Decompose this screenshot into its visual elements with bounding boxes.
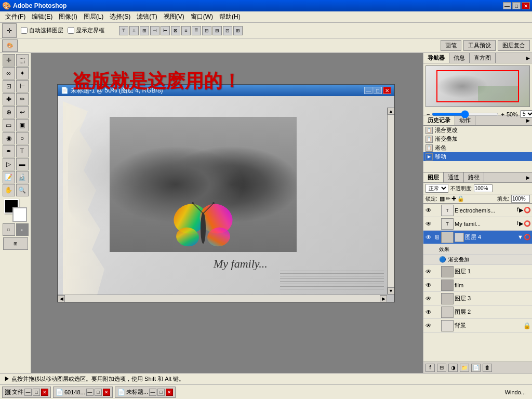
info-tab[interactable]: 信息 xyxy=(449,53,470,63)
minimize-button[interactable]: — xyxy=(503,2,511,9)
distribute-3-icon[interactable]: ⊟ xyxy=(202,26,211,35)
align-vcenter-icon[interactable]: ⊥ xyxy=(129,26,139,35)
navigator-tab[interactable]: 导航器 xyxy=(423,53,449,63)
align-right-icon[interactable]: ⊠ xyxy=(171,26,180,35)
layer-eye-3[interactable]: 👁 xyxy=(424,295,433,303)
layer-row-bg[interactable]: 👁 背景 🔒 xyxy=(423,319,532,332)
type-tool[interactable]: T xyxy=(16,145,29,157)
menu-filter[interactable]: 滤镜(T) xyxy=(134,11,160,22)
task-min-1[interactable]: — xyxy=(86,389,94,396)
layer-row-2[interactable]: 👁 图层 2 xyxy=(423,305,532,319)
brush-tool[interactable]: ✏ xyxy=(16,93,29,105)
zoom-select[interactable]: 50% 25% 100% xyxy=(520,110,532,118)
layer-row-3[interactable]: 👁 图层 3 xyxy=(423,292,532,305)
layers-tab[interactable]: 图层 xyxy=(423,172,444,182)
align-left-icon[interactable]: ⊣ xyxy=(150,26,159,35)
hand-tool[interactable]: ✋ xyxy=(3,184,15,196)
layer-eye-bg[interactable]: 👁 xyxy=(424,322,433,330)
layer-row-film[interactable]: 👁 film xyxy=(423,278,532,292)
path-select-tool[interactable]: ▷ xyxy=(3,158,15,170)
menu-edit[interactable]: 编辑(E) xyxy=(29,11,56,22)
doc-minimize-btn[interactable]: — xyxy=(364,87,373,94)
task-max-2[interactable]: □ xyxy=(157,389,165,396)
move-tool[interactable]: ✛ xyxy=(3,54,15,66)
menu-select[interactable]: 选择(S) xyxy=(107,11,134,22)
blend-mode-select[interactable]: 正常 xyxy=(425,184,448,193)
history-item-3[interactable]: ▶ 移动 xyxy=(423,152,532,161)
taskbar-item-0[interactable]: 🖼 文件 — □ ✕ xyxy=(2,387,51,398)
scroll-up-btn[interactable]: ▲ xyxy=(388,108,395,115)
task-close-0[interactable]: ✕ xyxy=(41,389,48,396)
show-bounds-checkbox[interactable] xyxy=(68,27,74,34)
scroll-right-btn[interactable]: ▶ xyxy=(380,295,387,302)
distribute-6-icon[interactable]: ⊞ xyxy=(233,26,243,35)
menu-view[interactable]: 视图(V) xyxy=(161,11,188,22)
gradient-tool[interactable]: ▣ xyxy=(16,119,29,131)
fill-input[interactable] xyxy=(511,195,530,203)
distribute-5-icon[interactable]: ⊡ xyxy=(223,26,232,35)
paths-tab[interactable]: 路径 xyxy=(464,172,484,182)
nav-view-rect[interactable] xyxy=(436,70,519,102)
healing-tool[interactable]: ✚ xyxy=(3,93,15,105)
task-close-1[interactable]: ✕ xyxy=(103,389,110,396)
task-max-1[interactable]: □ xyxy=(95,389,102,396)
scroll-left-btn[interactable]: ◀ xyxy=(58,295,65,302)
menu-help[interactable]: 帮助(H) xyxy=(216,11,244,22)
taskbar-windo[interactable]: Windo... xyxy=(501,389,530,395)
layer-style-btn[interactable]: f xyxy=(425,364,435,372)
menu-image[interactable]: 图像(I) xyxy=(56,11,80,22)
lock-pixels-icon[interactable]: ✏ xyxy=(446,195,450,202)
layer-row-1[interactable]: 👁 图层 1 xyxy=(423,265,532,278)
vertical-scrollbar[interactable]: ▲ ▼ xyxy=(387,108,394,295)
layer-eye-myfamily[interactable]: 👁 xyxy=(424,220,433,228)
scroll-down-btn[interactable]: ▼ xyxy=(388,287,395,295)
layer-comp-panel-btn[interactable]: 图层复合 xyxy=(498,40,530,51)
align-top-icon[interactable]: ⊤ xyxy=(119,26,128,35)
layers-expand-btn[interactable]: ▶ xyxy=(524,172,532,182)
taskbar-item-1[interactable]: 📄 60148... — □ ✕ xyxy=(53,387,113,398)
move-tool-icon[interactable]: ✛ xyxy=(2,23,17,38)
layer-eye-4[interactable]: 👁 xyxy=(424,233,433,242)
tool-preset-panel-btn[interactable]: 工具预设 xyxy=(463,40,496,51)
opacity-input[interactable] xyxy=(474,184,493,192)
lock-transparent-icon[interactable]: ▦ xyxy=(440,195,445,202)
history-brush-tool[interactable]: ↩ xyxy=(16,106,29,118)
horizontal-scrollbar[interactable]: ◀ ▶ xyxy=(58,295,387,302)
lasso-tool[interactable]: ∞ xyxy=(3,67,15,79)
layer-row-4[interactable]: 👁 ⛓ 图层 4 ▼⭕ xyxy=(423,231,532,244)
maximize-button[interactable]: □ xyxy=(512,2,521,9)
brush-panel-btn[interactable]: 画笔 xyxy=(441,40,461,51)
menu-file[interactable]: 文件(F) xyxy=(2,11,29,22)
menu-window[interactable]: 窗口(W) xyxy=(188,11,216,22)
zoom-in-icon[interactable]: + xyxy=(501,111,504,117)
notes-tool[interactable]: 📝 xyxy=(3,171,15,183)
align-hcenter-icon[interactable]: ⊢ xyxy=(161,26,170,35)
layer-adj-btn[interactable]: ◑ xyxy=(448,364,458,372)
dodge-tool[interactable]: ○ xyxy=(16,132,29,144)
screen-mode[interactable]: ⊞ xyxy=(3,237,28,250)
layer-eye-electrochemis[interactable]: 👁 xyxy=(424,206,433,215)
layer-new-btn[interactable]: 📄 xyxy=(471,364,481,372)
channels-tab[interactable]: 通道 xyxy=(444,172,464,182)
close-button[interactable]: ✕ xyxy=(522,2,530,9)
layer-row-myfamily[interactable]: 👁 T My famil... f▶⭕ xyxy=(423,217,532,231)
palette-icon[interactable]: 🎨 xyxy=(2,39,18,52)
background-color[interactable] xyxy=(12,207,27,222)
scroll-track-h[interactable] xyxy=(65,295,380,302)
taskbar-item-2[interactable]: 📄 未标题... — □ ✕ xyxy=(115,387,176,398)
doc-maximize-btn[interactable]: □ xyxy=(374,87,382,94)
pen-tool[interactable]: ✒ xyxy=(3,145,15,157)
layer-mask-btn[interactable]: ⊟ xyxy=(437,364,446,372)
distribute-4-icon[interactable]: ⊞ xyxy=(212,26,222,35)
histogram-tab[interactable]: 直方图 xyxy=(470,53,496,63)
lock-position-icon[interactable]: ✚ xyxy=(451,195,456,202)
magic-wand-tool[interactable]: ✦ xyxy=(16,67,29,79)
task-close-2[interactable]: ✕ xyxy=(166,389,173,396)
history-item-1[interactable]: 📋 渐变叠加 xyxy=(423,135,532,143)
layer-eye-film[interactable]: 👁 xyxy=(424,281,433,289)
layer-sub-effects[interactable]: 效果 xyxy=(423,244,532,255)
slice-tool[interactable]: ⊢ xyxy=(16,80,29,92)
task-max-0[interactable]: □ xyxy=(33,389,40,396)
history-item-0[interactable]: 📋 混合更改 xyxy=(423,126,532,135)
zoom-slider[interactable] xyxy=(432,113,499,116)
